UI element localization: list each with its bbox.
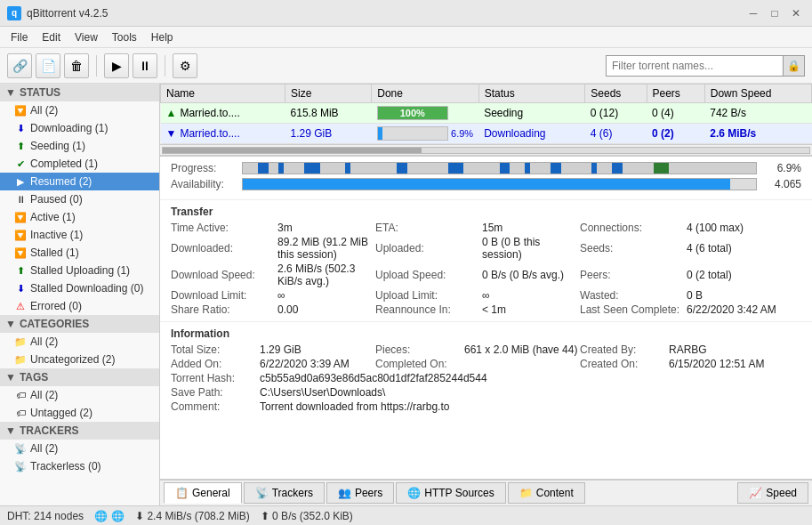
- new-torrent-button[interactable]: 🔗: [7, 53, 32, 78]
- sidebar-item-trackerless[interactable]: 📡 Trackerless (0): [0, 457, 159, 475]
- tag-untagged-icon: 🏷: [14, 408, 27, 418]
- table-row[interactable]: ▼Married.to.... 1.29 GiB 6.9% Downloadin…: [161, 124, 812, 144]
- upload-limit-key: Upload Limit:: [375, 289, 482, 302]
- separator-1: [96, 55, 97, 77]
- torrent-downspeed-2: 2.6 MiB/s: [704, 124, 811, 144]
- col-header-seeds[interactable]: Seeds: [585, 85, 647, 103]
- sidebar-item-errored[interactable]: ⚠ Errored (0): [0, 297, 159, 315]
- menu-tools[interactable]: Tools: [105, 29, 144, 45]
- sidebar-item-downloading[interactable]: ⬇ Downloading (1): [0, 119, 159, 137]
- seeds-key: Seeds:: [580, 242, 687, 254]
- download-icon: ⬇: [14, 123, 27, 134]
- tags-collapse-icon: ▼: [5, 371, 16, 384]
- sidebar-item-cat-all[interactable]: 📁 All (2): [0, 333, 159, 351]
- menu-file[interactable]: File: [4, 29, 35, 45]
- minimize-button[interactable]: ─: [744, 5, 762, 21]
- seeds-item: Seeds: 4 (6 total): [580, 236, 801, 261]
- search-input[interactable]: [606, 55, 784, 77]
- options-button[interactable]: ⚙: [173, 53, 197, 78]
- sidebar-item-stalled-uploading[interactable]: ⬆ Stalled Uploading (1): [0, 262, 159, 279]
- sidebar-item-inactive[interactable]: 🔽 Inactive (1): [0, 226, 159, 244]
- h-scrollbar-thumb[interactable]: [163, 148, 422, 153]
- col-header-done[interactable]: Done: [372, 85, 478, 103]
- tags-section-header[interactable]: ▼ TAGS: [0, 368, 159, 386]
- sidebar-item-paused[interactable]: ⏸ Paused (0): [0, 190, 159, 208]
- information-grid: Total Size: 1.29 GiB Pieces: 661 x 2.0 M…: [171, 343, 801, 413]
- last-seen-key: Last Seen Complete:: [580, 303, 687, 316]
- comment-val: Torrent downloaded from https://rarbg.to: [260, 400, 449, 413]
- menu-edit[interactable]: Edit: [35, 29, 68, 45]
- categories-collapse-icon: ▼: [5, 318, 16, 330]
- piece-block: [551, 163, 561, 174]
- add-file-button[interactable]: 📄: [36, 53, 60, 78]
- tab-http-sources[interactable]: 🌐 HTTP Sources: [396, 482, 505, 504]
- save-path-val: C:\Users\User\Downloads\: [260, 386, 385, 399]
- col-header-status[interactable]: Status: [478, 85, 585, 103]
- resume-button[interactable]: ▶: [104, 53, 129, 78]
- sidebar-item-tag-all-label: All (2): [30, 389, 152, 401]
- sidebar-item-all-label: All (2): [30, 104, 152, 117]
- progress-label: Progress:: [171, 162, 242, 174]
- connections-val: 4 (100 max): [687, 222, 744, 234]
- menu-view[interactable]: View: [68, 29, 105, 45]
- tab-content[interactable]: 📁 Content: [508, 482, 585, 504]
- sidebar-item-stalled-downloading[interactable]: ⬇ Stalled Downloading (0): [0, 279, 159, 297]
- h-scrollbar-track[interactable]: [162, 147, 810, 154]
- availability-value: 4.065: [757, 178, 801, 190]
- sidebar-item-tracker-all[interactable]: 📡 All (2): [0, 440, 159, 457]
- torrent-size-1: 615.8 MiB: [285, 103, 372, 124]
- tab-trackers[interactable]: 📡 Trackers: [244, 482, 325, 504]
- tab-general[interactable]: 📋 General: [164, 482, 242, 504]
- status-section-header[interactable]: ▼ STATUS: [0, 84, 159, 101]
- sidebar-item-stalled-label: Stalled (1): [30, 246, 152, 259]
- pause-button[interactable]: ⏸: [133, 53, 157, 78]
- sidebar-item-completed[interactable]: ✔ Completed (1): [0, 155, 159, 173]
- dht-label: DHT: 214 nodes: [7, 510, 84, 522]
- sidebar-item-all[interactable]: 🔽 All (2): [0, 101, 159, 119]
- transfer-section: Transfer Time Active: 3m ETA: 15m Connec…: [160, 200, 812, 322]
- download-limit-item: Download Limit: ∞: [171, 289, 375, 302]
- sidebar-item-stalled[interactable]: 🔽 Stalled (1): [0, 244, 159, 262]
- sidebar-item-paused-label: Paused (0): [30, 193, 152, 206]
- col-header-peers[interactable]: Peers: [647, 85, 704, 103]
- added-on-val: 6/22/2020 3:39 AM: [260, 358, 350, 370]
- torrent-table: Name Size Done Status Seeds Peers Down S…: [160, 84, 812, 144]
- stalled-up-icon: ⬆: [14, 265, 27, 277]
- peers-key: Peers:: [580, 269, 687, 281]
- sidebar-item-seeding[interactable]: ⬆ Seeding (1): [0, 137, 159, 155]
- upload-speed-item: Upload Speed: 0 B/s (0 B/s avg.): [375, 262, 580, 287]
- sidebar-item-untagged[interactable]: 🏷 Untagged (2): [0, 404, 159, 422]
- delete-button[interactable]: 🗑: [64, 53, 89, 78]
- speed-button[interactable]: 📈 Speed: [737, 482, 808, 504]
- completed-on-key: Completed On:: [375, 358, 464, 370]
- download-speed-item: Download Speed: 2.6 MiB/s (502.3 KiB/s a…: [171, 262, 375, 287]
- maximize-button[interactable]: □: [766, 5, 784, 21]
- piece-block: [304, 163, 319, 174]
- sidebar-item-active[interactable]: 🔽 Active (1): [0, 208, 159, 226]
- col-header-size[interactable]: Size: [285, 85, 372, 103]
- sidebar-item-tag-all[interactable]: 🏷 All (2): [0, 386, 159, 404]
- sidebar-item-cat-all-label: All (2): [30, 335, 152, 348]
- categories-section-header[interactable]: ▼ CATEGORIES: [0, 315, 159, 333]
- trackers-section-header[interactable]: ▼ TRACKERS: [0, 422, 159, 440]
- col-header-name[interactable]: Name: [161, 85, 285, 103]
- uploaded-key: Uploaded:: [375, 242, 482, 254]
- share-ratio-val: 0.00: [277, 303, 298, 316]
- close-button[interactable]: ✕: [787, 5, 805, 21]
- tab-peers[interactable]: 👥 Peers: [326, 482, 394, 504]
- table-row[interactable]: ▲Married.to.... 615.8 MiB 100% Seeding 0…: [161, 103, 812, 124]
- availability-label: Availability:: [171, 178, 242, 190]
- availability-row: Availability: 4.065: [171, 178, 801, 190]
- tab-trackers-label: Trackers: [272, 487, 313, 499]
- sidebar-item-uncategorized[interactable]: 📁 Uncategorized (2): [0, 351, 159, 368]
- torrent-seeds-2: 4 (6): [585, 124, 647, 144]
- torrent-list-area: Name Size Done Status Seeds Peers Down S…: [160, 84, 812, 156]
- horizontal-scrollbar[interactable]: [160, 144, 812, 155]
- torrent-name-2: ▼Married.to....: [161, 124, 285, 144]
- download-status-label: ⬇ 2.4 MiB/s (708.2 MiB): [135, 510, 250, 522]
- sidebar-item-resumed[interactable]: ▶ Resumed (2): [0, 173, 159, 190]
- col-header-downspeed[interactable]: Down Speed: [704, 85, 811, 103]
- check-icon: ✔: [14, 158, 27, 170]
- menu-help[interactable]: Help: [144, 29, 181, 45]
- pieces-item: Pieces: 661 x 2.0 MiB (have 44): [375, 343, 580, 356]
